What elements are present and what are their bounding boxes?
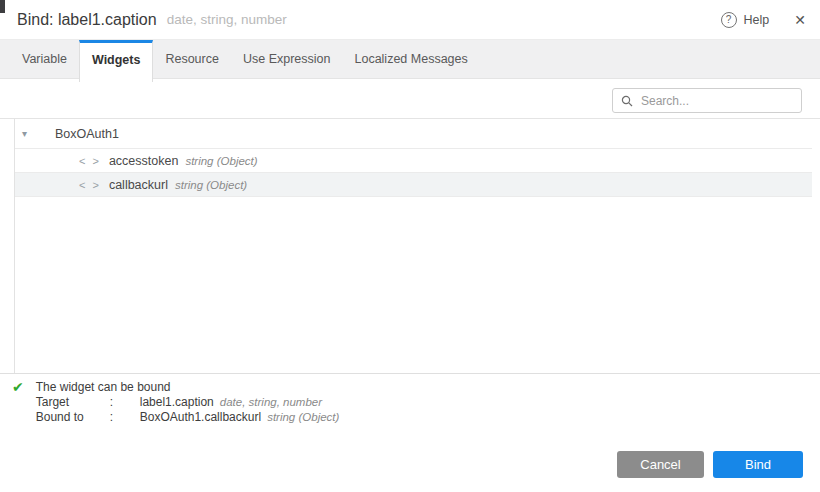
status-lines: The widget can be bound Target:label1.ca… (36, 380, 340, 425)
tab-resource[interactable]: Resource (153, 40, 231, 78)
status-type: date, string, number (220, 396, 322, 408)
help-label: Help (744, 13, 770, 27)
bind-dialog: Bind: label1.caption date, string, numbe… (0, 0, 820, 492)
code-brackets-icon: < > (79, 155, 101, 167)
caret-down-icon[interactable]: ▾ (22, 129, 34, 139)
dialog-title-hint: date, string, number (167, 12, 287, 27)
tab-variable[interactable]: Variable (10, 40, 79, 78)
tree-root-label: BoxOAuth1 (55, 127, 119, 141)
tree-node-root[interactable]: ▾ BoxOAuth1 (15, 119, 812, 149)
cancel-button[interactable]: Cancel (617, 451, 704, 478)
widget-tree: ▾ BoxOAuth1 < > accesstoken string (Obje… (14, 119, 812, 373)
bind-status: ✔ The widget can be bound Target:label1.… (12, 380, 339, 425)
footer-buttons: Cancel Bind (617, 451, 803, 478)
status-divider (0, 373, 820, 374)
status-row-target: Target:label1.captiondate, string, numbe… (36, 395, 340, 410)
search-icon (621, 95, 633, 107)
status-colon: : (110, 395, 140, 410)
status-row-bound-to: Bound to:BoxOAuth1.callbackurlstring (Ob… (36, 410, 340, 425)
tab-use-expression[interactable]: Use Expression (231, 40, 343, 78)
dialog-title: Bind: label1.caption (17, 11, 157, 29)
code-brackets-icon: < > (79, 179, 101, 191)
status-colon: : (110, 410, 140, 425)
tree-node-type: string (Object) (185, 155, 257, 167)
tab-widgets[interactable]: Widgets (79, 40, 154, 82)
status-message: The widget can be bound (36, 380, 340, 395)
help-icon: ? (721, 12, 737, 28)
backdrop-corner (0, 0, 5, 13)
tree-node-type: string (Object) (175, 179, 247, 191)
tree-node-callbackurl[interactable]: < > callbackurl string (Object) (15, 173, 812, 197)
check-icon: ✔ (12, 380, 24, 395)
close-icon[interactable]: ✕ (794, 13, 806, 27)
status-type: string (Object) (267, 411, 339, 423)
help-button[interactable]: ? Help (721, 12, 770, 28)
tree-node-label: accesstoken (109, 154, 178, 168)
tab-bar: Variable Widgets Resource Use Expression… (0, 40, 820, 79)
bind-button[interactable]: Bind (713, 451, 803, 478)
dialog-header: Bind: label1.caption date, string, numbe… (0, 0, 820, 40)
status-label: Bound to (36, 410, 110, 425)
search-input-wrap[interactable] (612, 88, 802, 113)
status-label: Target (36, 395, 110, 410)
tab-localized-messages[interactable]: Localized Messages (342, 40, 479, 78)
header-actions: ? Help ✕ (721, 12, 806, 28)
tree-node-label: callbackurl (109, 178, 168, 192)
status-value: label1.caption (140, 395, 214, 409)
search-input[interactable] (639, 93, 793, 109)
status-value: BoxOAuth1.callbackurl (140, 410, 261, 424)
tree-node-accesstoken[interactable]: < > accesstoken string (Object) (15, 149, 812, 173)
